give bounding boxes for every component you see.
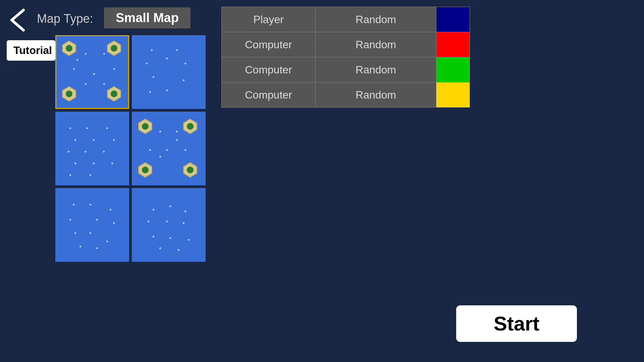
hex-base: [61, 40, 77, 56]
map-dot: [103, 151, 105, 153]
player-color-2[interactable]: [436, 57, 470, 82]
map-dot: [153, 209, 154, 210]
svg-point-3: [111, 45, 117, 52]
map-dot: [74, 163, 76, 164]
map-cell-3[interactable]: [132, 112, 206, 185]
map-dot: [146, 63, 148, 64]
map-dot: [111, 163, 113, 164]
map-dot: [176, 131, 178, 132]
back-button[interactable]: [7, 7, 30, 34]
map-dot: [85, 151, 86, 153]
start-button[interactable]: Start: [456, 305, 577, 342]
map-dot: [166, 58, 168, 59]
map-dot: [69, 219, 71, 221]
map-dot: [188, 239, 190, 241]
map-dot: [169, 237, 171, 239]
player-color-0[interactable]: [436, 7, 470, 32]
map-dot: [90, 174, 91, 176]
player-row-0: Player Random: [222, 7, 470, 32]
map-dot: [113, 222, 115, 224]
map-type-label: Map Type:: [37, 12, 93, 26]
map-dot: [93, 139, 95, 141]
map-dot: [106, 241, 108, 242]
map-dot: [69, 127, 71, 129]
player-type-2[interactable]: Computer: [222, 57, 316, 82]
map-dot: [90, 204, 91, 205]
map-dot: [183, 222, 184, 224]
player-color-3[interactable]: [436, 82, 470, 108]
map-dot: [184, 149, 186, 151]
player-type-3[interactable]: Computer: [222, 82, 316, 108]
map-dot: [85, 53, 87, 55]
svg-point-5: [66, 90, 72, 97]
map-dot: [110, 209, 111, 210]
hex-base: [106, 40, 122, 56]
map-dot: [169, 205, 171, 207]
player-strategy-3[interactable]: Random: [316, 82, 436, 108]
map-dot: [159, 247, 161, 249]
map-dot: [178, 249, 179, 251]
map-grid: [55, 35, 206, 262]
hex-base: [137, 162, 153, 178]
map-dot: [113, 68, 115, 70]
map-dot: [93, 163, 95, 164]
map-dot: [69, 174, 71, 176]
hex-base: [182, 118, 198, 134]
map-dot: [86, 127, 88, 129]
player-strategy-0[interactable]: Random: [316, 7, 436, 32]
map-dot: [96, 219, 98, 221]
hex-base: [137, 118, 153, 134]
map-cell-2[interactable]: [55, 112, 129, 185]
map-dot: [166, 89, 168, 91]
map-dot: [184, 63, 186, 64]
map-dot: [74, 139, 76, 141]
map-dot: [149, 149, 151, 151]
map-type-button[interactable]: Small Map: [104, 7, 191, 28]
player-table: Player Random Computer Random Computer R…: [221, 7, 470, 108]
hex-base: [182, 162, 198, 178]
map-dot: [176, 49, 178, 51]
player-row-1: Computer Random: [222, 32, 470, 57]
player-color-1[interactable]: [436, 32, 470, 57]
map-cell-0[interactable]: [55, 35, 129, 109]
map-cell-5[interactable]: [132, 188, 206, 262]
map-dot: [153, 76, 154, 78]
map-dot: [159, 156, 161, 158]
map-dot: [166, 149, 168, 151]
hex-base: [61, 86, 77, 102]
player-type-0[interactable]: Player: [222, 7, 316, 32]
map-dot: [85, 83, 87, 85]
player-row-2: Computer Random: [222, 57, 470, 82]
map-dot: [90, 232, 91, 234]
map-dot: [148, 221, 149, 222]
map-cell-4[interactable]: [55, 188, 129, 262]
map-dot: [151, 49, 153, 51]
map-dot: [159, 131, 161, 132]
player-row-3: Computer Random: [222, 82, 470, 108]
svg-point-15: [187, 167, 194, 173]
svg-point-9: [142, 123, 149, 130]
map-dot: [74, 232, 76, 234]
map-dot: [68, 151, 69, 153]
svg-point-7: [111, 90, 117, 97]
player-type-1[interactable]: Computer: [222, 32, 316, 57]
map-dot: [113, 139, 115, 141]
map-dot: [166, 221, 168, 222]
hex-base: [106, 86, 122, 102]
map-dot: [184, 210, 186, 212]
map-dot: [183, 79, 184, 81]
map-dot: [176, 139, 178, 141]
player-strategy-1[interactable]: Random: [316, 32, 436, 57]
map-dot: [73, 68, 75, 70]
map-dot: [76, 59, 78, 61]
map-dot: [93, 73, 95, 75]
map-dot: [96, 247, 98, 249]
map-dot: [79, 246, 81, 247]
tutorial-button[interactable]: Tutorial: [7, 40, 55, 61]
map-dot: [103, 53, 105, 55]
map-cell-1[interactable]: [132, 35, 206, 109]
player-strategy-2[interactable]: Random: [316, 57, 436, 82]
map-dot: [103, 83, 105, 85]
map-dot: [153, 236, 154, 237]
svg-point-13: [142, 167, 149, 173]
